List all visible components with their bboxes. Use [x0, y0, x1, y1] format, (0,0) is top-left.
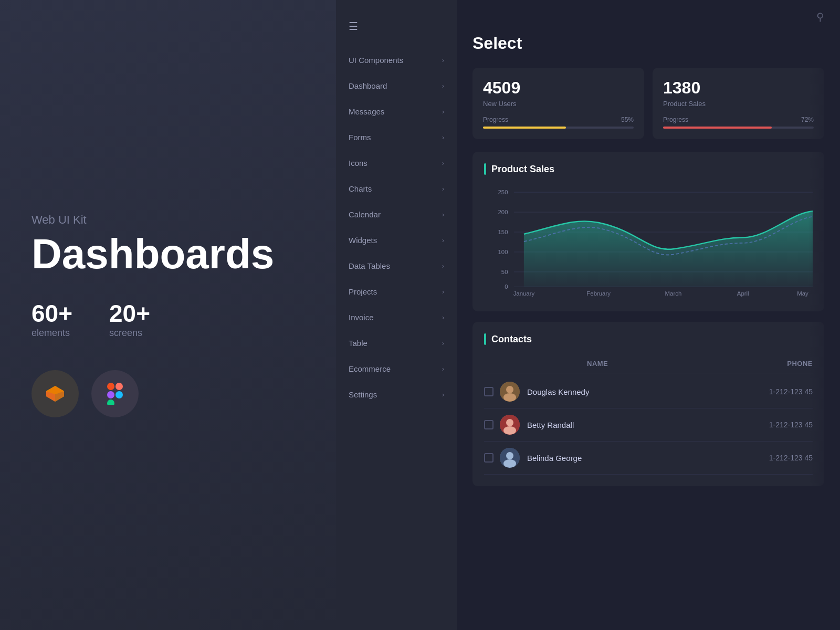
col-header-name: Name: [587, 360, 608, 368]
stat-elements-label: elements: [32, 328, 72, 339]
main-panel: ⚲ Select 4509 New Users Progress 55% 138…: [457, 0, 840, 630]
sidebar-item-label: UI Components: [349, 56, 403, 65]
contact-name-bg: Belinda George: [527, 454, 769, 463]
table-row: Belinda George 1-212-123 45: [484, 442, 813, 475]
svg-rect-0: [107, 383, 114, 390]
hero-section: Web UI Kit Dashboards 60+ elements 20+ s…: [0, 0, 336, 630]
svg-rect-3: [107, 400, 114, 405]
sidebar-item-messages[interactable]: Messages ›: [336, 99, 457, 124]
contacts-column-headers: Name Phone: [484, 354, 813, 373]
sidebar-item-data-tables[interactable]: Data Tables ›: [336, 253, 457, 279]
sidebar-item-invoice[interactable]: Invoice ›: [336, 304, 457, 330]
search-icon[interactable]: ⚲: [816, 10, 824, 23]
sidebar-item-charts[interactable]: Charts ›: [336, 176, 457, 202]
chart-container: 250 200 150 100 50 0: [484, 184, 813, 300]
sidebar-item-icons[interactable]: Icons ›: [336, 150, 457, 176]
progress-pct-sales: 72%: [801, 116, 814, 123]
sidebar-item-label: Calendar: [349, 210, 381, 219]
chevron-right-icon: ›: [442, 211, 444, 218]
chevron-right-icon: ›: [442, 237, 444, 244]
progress-bar-bg-users: [483, 127, 634, 129]
progress-bar-fill-sales: [663, 127, 772, 129]
contacts-accent-bar: [484, 333, 486, 345]
svg-text:150: 150: [498, 229, 508, 235]
contact-checkbox-dk[interactable]: [484, 387, 494, 396]
sidebar-item-projects[interactable]: Projects ›: [336, 279, 457, 304]
sidebar-item-label: Data Tables: [349, 261, 390, 270]
svg-rect-2: [107, 391, 114, 398]
sidebar-item-label: Projects: [349, 287, 377, 296]
page-title: Select: [472, 34, 824, 53]
sidebar-item-widgets[interactable]: Widgets ›: [336, 227, 457, 253]
svg-text:200: 200: [498, 209, 508, 215]
contact-phone-bg: 1-212-123 45: [769, 454, 813, 462]
sidebar-item-settings[interactable]: Settings ›: [336, 382, 457, 407]
sidebar-item-dashboard[interactable]: Dashboard ›: [336, 73, 457, 99]
contacts-title: Contacts: [491, 334, 532, 345]
stat-elements: 60+ elements: [32, 301, 72, 339]
chevron-right-icon: ›: [442, 391, 444, 398]
chevron-right-icon: ›: [442, 82, 444, 90]
sidebar: ☰ UI Components › Dashboard › Messages ›…: [336, 0, 457, 630]
hero-tool-icons: [32, 370, 304, 417]
chevron-right-icon: ›: [442, 262, 444, 270]
sidebar-item-label: Charts: [349, 184, 372, 193]
sidebar-item-table[interactable]: Table ›: [336, 330, 457, 356]
product-sales-number: 1380: [663, 78, 814, 98]
sidebar-item-forms[interactable]: Forms ›: [336, 124, 457, 150]
stat-screens-number: 20+: [109, 301, 150, 326]
stat-screens: 20+ screens: [109, 301, 150, 339]
chevron-right-icon: ›: [442, 185, 444, 193]
chevron-right-icon: ›: [442, 57, 444, 64]
svg-point-30: [503, 459, 516, 468]
figma-icon: [91, 370, 139, 417]
svg-point-4: [116, 391, 123, 398]
sidebar-header: ☰: [336, 10, 457, 42]
chart-title: Product Sales: [491, 164, 554, 175]
stats-row: 4509 New Users Progress 55% 1380 Product…: [472, 68, 824, 139]
svg-text:March: March: [665, 290, 682, 297]
contacts-section: Contacts Name Phone: [472, 322, 824, 486]
contact-phone-br: 1-212-123 45: [769, 421, 813, 429]
chart-section: Product Sales 250 200 150 100 50: [472, 152, 824, 311]
hero-subtitle: Web UI Kit: [32, 213, 304, 227]
sidebar-item-ui-components[interactable]: UI Components ›: [336, 47, 457, 73]
chevron-right-icon: ›: [442, 160, 444, 167]
contacts-title-row: Contacts: [484, 333, 813, 345]
contact-checkbox-bg[interactable]: [484, 453, 494, 463]
sidebar-item-label: Invoice: [349, 313, 374, 322]
svg-text:January: January: [513, 290, 535, 297]
sidebar-item-label: Dashboard: [349, 81, 387, 90]
progress-pct-users: 55%: [621, 116, 634, 123]
sidebar-item-label: Forms: [349, 133, 371, 142]
contact-phone-dk: 1-212-123 45: [769, 387, 813, 396]
chevron-right-icon: ›: [442, 340, 444, 347]
hero-title: Dashboards: [32, 233, 304, 275]
product-sales-label: Product Sales: [663, 100, 814, 108]
contact-name-dk: Douglas Kennedy: [527, 387, 769, 396]
stat-card-product-sales: 1380 Product Sales Progress 72%: [653, 68, 824, 139]
chart-accent-bar: [484, 163, 486, 175]
svg-point-27: [503, 426, 516, 435]
progress-label-sales: Progress: [663, 116, 688, 123]
sidebar-item-ecommerce[interactable]: Ecommerce ›: [336, 356, 457, 382]
contact-checkbox-br[interactable]: [484, 420, 494, 429]
col-header-phone: Phone: [787, 360, 813, 368]
table-row: Betty Randall 1-212-123 45: [484, 408, 813, 442]
sidebar-nav: UI Components › Dashboard › Messages › F…: [336, 42, 457, 630]
sidebar-item-label: Table: [349, 339, 368, 348]
svg-point-23: [506, 386, 513, 393]
progress-bar-fill-users: [483, 127, 566, 129]
chevron-right-icon: ›: [442, 314, 444, 321]
svg-rect-1: [116, 383, 123, 390]
progress-label-users: Progress: [483, 116, 508, 123]
sidebar-item-label: Widgets: [349, 236, 377, 245]
product-sales-chart: 250 200 150 100 50 0: [484, 184, 813, 300]
contact-name-br: Betty Randall: [527, 421, 769, 429]
svg-text:February: February: [586, 290, 611, 297]
hamburger-icon[interactable]: ☰: [349, 20, 358, 33]
sidebar-item-label: Settings: [349, 390, 377, 399]
stat-screens-label: screens: [109, 328, 150, 339]
sidebar-item-calendar[interactable]: Calendar ›: [336, 202, 457, 227]
svg-text:April: April: [737, 290, 749, 297]
